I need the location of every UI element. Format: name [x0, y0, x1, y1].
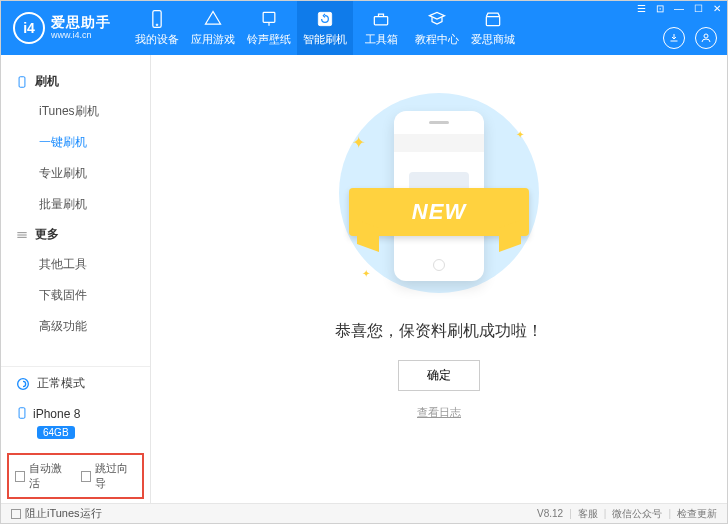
nav-store[interactable]: 爱思商城: [465, 1, 521, 55]
svg-point-8: [18, 378, 29, 389]
sidebar-item-batch-flash[interactable]: 批量刷机: [1, 189, 150, 220]
highlighted-options: 自动激活 跳过向导: [7, 453, 144, 499]
device-info[interactable]: iPhone 8 64GB: [1, 400, 150, 447]
close-icon[interactable]: ✕: [711, 3, 723, 14]
main-content: NEW ✦✦✦ 恭喜您，保资料刷机成功啦！ 确定 查看日志: [151, 55, 727, 503]
svg-rect-7: [19, 76, 25, 87]
skip-guide-checkbox[interactable]: 跳过向导: [81, 461, 137, 491]
storage-badge: 64GB: [37, 426, 75, 439]
nav-toolbox[interactable]: 工具箱: [353, 1, 409, 55]
svg-point-6: [704, 34, 708, 38]
success-message: 恭喜您，保资料刷机成功啦！: [335, 321, 543, 342]
more-icon: [15, 228, 29, 242]
nav-tutorials[interactable]: 教程中心: [409, 1, 465, 55]
sidebar: 刷机 iTunes刷机 一键刷机 专业刷机 批量刷机 更多 其他工具 下载固件 …: [1, 55, 151, 503]
sidebar-item-other-tools[interactable]: 其他工具: [1, 249, 150, 280]
wechat-link[interactable]: 微信公众号: [612, 507, 662, 521]
menu-icon[interactable]: ☰: [635, 3, 648, 14]
version-label: V8.12: [537, 508, 563, 519]
confirm-button[interactable]: 确定: [398, 360, 480, 391]
sidebar-item-download-firmware[interactable]: 下载固件: [1, 280, 150, 311]
app-title: 爱思助手: [51, 15, 111, 30]
store-icon: [483, 9, 503, 29]
device-icon: [15, 406, 29, 420]
auto-activate-checkbox[interactable]: 自动激活: [15, 461, 71, 491]
music-icon: [259, 9, 279, 29]
sidebar-item-pro-flash[interactable]: 专业刷机: [1, 158, 150, 189]
support-link[interactable]: 客服: [578, 507, 598, 521]
download-icon[interactable]: [663, 27, 685, 49]
phone-icon: [147, 9, 167, 29]
user-icon[interactable]: [695, 27, 717, 49]
maximize-icon[interactable]: ☐: [692, 3, 705, 14]
sidebar-item-advanced[interactable]: 高级功能: [1, 311, 150, 342]
success-illustration: NEW ✦✦✦: [324, 93, 554, 293]
nav-my-device[interactable]: 我的设备: [129, 1, 185, 55]
sidebar-group-more: 更多: [1, 220, 150, 249]
ribbon-text: NEW: [412, 199, 466, 225]
nav-ringtones[interactable]: 铃声壁纸: [241, 1, 297, 55]
mode-icon: [15, 376, 31, 392]
check-update-link[interactable]: 检查更新: [677, 507, 717, 521]
svg-rect-9: [19, 408, 25, 419]
minimize-icon[interactable]: —: [672, 3, 686, 14]
view-log-link[interactable]: 查看日志: [417, 405, 461, 420]
sidebar-group-flash: 刷机: [1, 67, 150, 96]
toolbox-icon: [371, 9, 391, 29]
nav-apps[interactable]: 应用游戏: [185, 1, 241, 55]
svg-rect-2: [263, 12, 275, 22]
apps-icon: [203, 9, 223, 29]
svg-rect-4: [374, 17, 387, 25]
status-bar: 阻止iTunes运行 V8.12 | 客服 | 微信公众号 | 检查更新: [1, 503, 727, 523]
logo-icon: i4: [13, 12, 45, 44]
lock-icon[interactable]: ⊡: [654, 3, 666, 14]
top-nav: 我的设备 应用游戏 铃声壁纸 智能刷机 工具箱 教程中心 爱思商城: [129, 1, 521, 55]
tutorial-icon: [427, 9, 447, 29]
sidebar-item-itunes-flash[interactable]: iTunes刷机: [1, 96, 150, 127]
svg-rect-5: [486, 17, 499, 26]
logo: i4 爱思助手 www.i4.cn: [13, 12, 111, 44]
sidebar-item-oneclick-flash[interactable]: 一键刷机: [1, 127, 150, 158]
svg-point-1: [156, 24, 158, 26]
app-site: www.i4.cn: [51, 31, 111, 41]
block-itunes-checkbox[interactable]: 阻止iTunes运行: [11, 506, 102, 521]
refresh-icon: [315, 9, 335, 29]
device-name: iPhone 8: [33, 407, 80, 421]
app-header: i4 爱思助手 www.i4.cn 我的设备 应用游戏 铃声壁纸 智能刷机 工具…: [1, 1, 727, 55]
phone-outline-icon: [15, 75, 29, 89]
device-mode[interactable]: 正常模式: [1, 367, 150, 400]
window-controls: ☰ ⊡ — ☐ ✕: [635, 3, 723, 14]
nav-flash[interactable]: 智能刷机: [297, 1, 353, 55]
